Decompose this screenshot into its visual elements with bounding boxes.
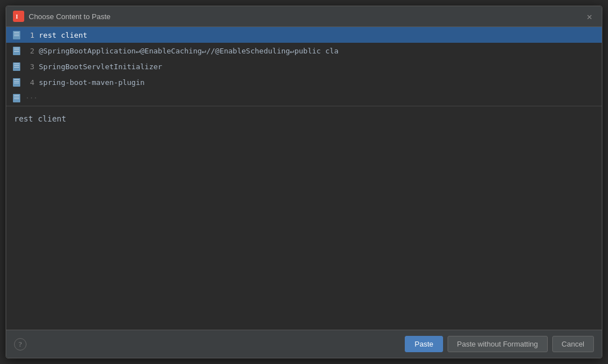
item-content: @SpringBootApplication↵@EnableCaching↵//…: [39, 47, 338, 55]
cancel-button[interactable]: Cancel: [552, 336, 594, 352]
doc-icon: [12, 30, 21, 39]
doc-icon: [12, 78, 21, 87]
title-bar-left: I Choose Content to Paste: [13, 11, 110, 22]
doc-icon: [12, 62, 21, 71]
list-item[interactable]: 3 SpringBootServletInitializer: [6, 59, 602, 74]
truncated-indicator: ···: [6, 90, 602, 106]
item-content: rest client: [39, 31, 87, 39]
item-number: 1: [25, 31, 34, 39]
item-number: 3: [25, 62, 34, 71]
doc-icon: [12, 46, 21, 55]
paste-without-formatting-button[interactable]: Paste without Formatting: [448, 336, 548, 352]
item-number: 2: [25, 47, 34, 55]
svg-text:I: I: [16, 14, 18, 20]
item-content: SpringBootServletInitializer: [39, 62, 162, 71]
dialog: I Choose Content to Paste ✕ 1 rest clien…: [6, 6, 602, 358]
doc-icon-small: [12, 93, 21, 102]
paste-button[interactable]: Paste: [405, 336, 442, 352]
list-item[interactable]: 4 spring-boot-maven-plugin: [6, 74, 602, 90]
item-content: spring-boot-maven-plugin: [39, 78, 145, 87]
app-icon: I: [13, 11, 24, 22]
title-bar: I Choose Content to Paste ✕: [6, 6, 602, 27]
help-button[interactable]: ?: [14, 338, 26, 350]
preview-content: rest client: [14, 114, 66, 123]
truncated-text: ···: [25, 94, 38, 102]
list-item[interactable]: 1 rest client: [6, 27, 602, 43]
footer: ? Paste Paste without Formatting Cancel: [6, 330, 602, 358]
footer-buttons: Paste Paste without Formatting Cancel: [405, 336, 594, 352]
item-number: 4: [25, 78, 34, 87]
dialog-title: Choose Content to Paste: [29, 12, 110, 21]
clipboard-list: 1 rest client 2 @SpringBootApplication↵@…: [6, 27, 602, 106]
close-button[interactable]: ✕: [584, 11, 595, 22]
list-item[interactable]: 2 @SpringBootApplication↵@EnableCaching↵…: [6, 43, 602, 59]
preview-pane: rest client: [6, 106, 602, 330]
